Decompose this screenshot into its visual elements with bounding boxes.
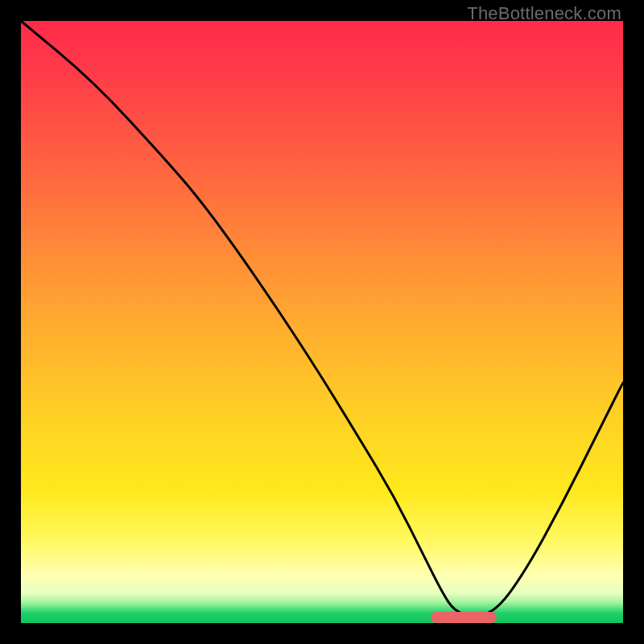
plot-area xyxy=(21,21,623,623)
curve-path xyxy=(21,21,623,616)
minimum-marker xyxy=(431,612,497,623)
bottleneck-curve xyxy=(21,21,623,623)
chart-frame: TheBottleneck.com xyxy=(0,0,644,644)
